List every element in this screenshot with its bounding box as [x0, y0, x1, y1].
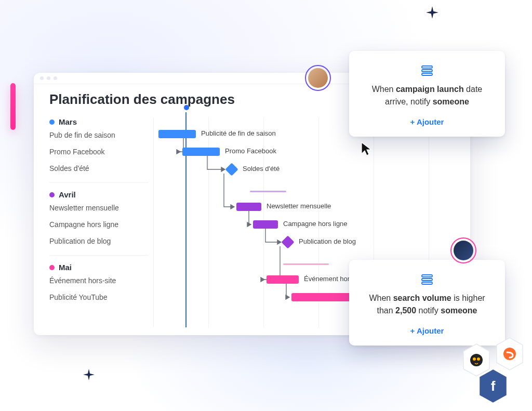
- svg-point-6: [470, 354, 483, 366]
- group-header[interactable]: Mai: [49, 263, 148, 272]
- sparkle-icon: [83, 369, 95, 380]
- campaign-list-item[interactable]: Événement hors-site: [49, 277, 148, 284]
- window-control-dot: [40, 76, 44, 80]
- gantt-bar-label: Publicité de fin de saison: [201, 129, 276, 137]
- campaign-list-item[interactable]: Newsletter mensuelle: [49, 204, 148, 211]
- page-title: Planification des campagnes: [49, 91, 235, 108]
- gantt-track: Newsletter mensuelle: [153, 202, 462, 212]
- gantt-bar[interactable]: [158, 130, 196, 138]
- gantt-track: Campagne hors ligne: [153, 219, 462, 230]
- automation-card-text: When search volume is higher than 2,500 …: [363, 292, 491, 317]
- gantt-milestone[interactable]: [225, 163, 238, 176]
- cursor-icon: [361, 141, 374, 159]
- gantt-bar-label: Campagne hors ligne: [283, 220, 348, 228]
- svg-rect-4: [422, 279, 432, 281]
- gantt-milestone[interactable]: [281, 235, 294, 248]
- gantt-bar-label: Newsletter mensuelle: [267, 202, 331, 210]
- campaign-list-item[interactable]: Publicité YouTube: [49, 294, 148, 301]
- group-color-dot: [49, 265, 55, 270]
- gantt-bar-label: Promo Facebook: [225, 147, 276, 155]
- gantt-bar-label: Publication de blog: [299, 237, 356, 245]
- gantt-bar-label: Soldes d'été: [243, 165, 280, 173]
- group-name: Mai: [59, 263, 72, 272]
- svg-rect-0: [422, 66, 432, 68]
- sparkle-icon: [426, 6, 438, 19]
- gantt-bar[interactable]: [267, 275, 299, 284]
- svg-rect-2: [422, 73, 432, 75]
- svg-point-7: [473, 357, 476, 361]
- gantt-bar[interactable]: [182, 148, 220, 156]
- gantt-track: Soldes d'été: [153, 164, 462, 175]
- gantt-bar[interactable]: [291, 293, 354, 301]
- svg-rect-1: [422, 70, 432, 72]
- group-header[interactable]: Avril: [49, 190, 148, 199]
- gantt-bar[interactable]: [236, 203, 261, 211]
- add-automation-button[interactable]: + Ajouter: [363, 117, 491, 126]
- group-color-dot: [49, 120, 55, 125]
- campaign-sidebar: MarsPub de fin de saisonPromo FacebookSo…: [49, 117, 148, 311]
- group-color-dot: [49, 192, 55, 197]
- gantt-track: Publication de blog: [153, 237, 462, 247]
- campaign-list-item[interactable]: Promo Facebook: [49, 148, 148, 155]
- campaign-list-item[interactable]: Campagne hors ligne: [49, 221, 148, 228]
- campaign-list-item[interactable]: Soldes d'été: [49, 165, 148, 172]
- automation-card-text: When campaign launch date arrive, notify…: [363, 83, 491, 108]
- decorative-pink-pill: [10, 83, 16, 130]
- gantt-bar[interactable]: [253, 220, 278, 229]
- stack-icon: [363, 65, 491, 76]
- progress-indicator: [283, 263, 329, 265]
- semrush-icon[interactable]: [495, 337, 525, 371]
- automation-card: When search volume is higher than 2,500 …: [349, 260, 505, 346]
- add-automation-button[interactable]: + Ajouter: [363, 326, 491, 335]
- svg-text:f: f: [491, 378, 496, 394]
- avatar[interactable]: [307, 67, 329, 89]
- svg-rect-5: [422, 282, 432, 284]
- facebook-icon[interactable]: f: [478, 369, 508, 403]
- campaign-list-item[interactable]: Publication de blog: [49, 237, 148, 245]
- stack-icon: [363, 274, 491, 285]
- automation-card: When campaign launch date arrive, notify…: [349, 51, 505, 137]
- svg-point-8: [477, 357, 480, 361]
- group-name: Mars: [59, 117, 77, 126]
- progress-indicator: [250, 191, 286, 192]
- window-control-dot: [47, 76, 50, 80]
- group-name: Avril: [59, 190, 76, 199]
- group-header[interactable]: Mars: [49, 117, 148, 126]
- window-control-dot: [54, 76, 57, 80]
- avatar[interactable]: [452, 239, 475, 262]
- campaign-list-item[interactable]: Pub de fin de saison: [49, 131, 148, 139]
- gantt-track: Promo Facebook: [153, 147, 462, 157]
- svg-rect-3: [422, 275, 432, 277]
